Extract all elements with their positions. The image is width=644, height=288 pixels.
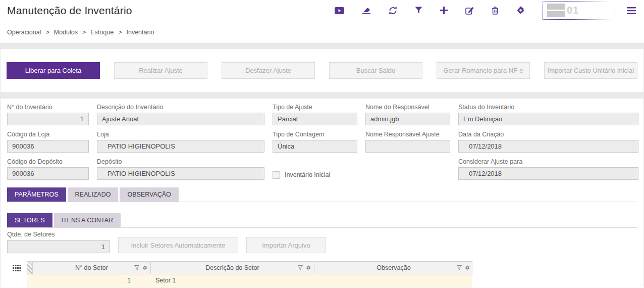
inventory-form: N° do Inventário Descrição do Inventário… [7,104,637,180]
cell-sector-description: Setor 1 [150,274,313,287]
store-code-input[interactable] [7,140,89,153]
field-inventory-status: Status do Inventário [458,104,638,125]
creation-date-input[interactable] [458,140,638,153]
field-responsible-name: Nome do Responsável [365,104,450,125]
row-selector-header [27,262,32,274]
consider-adjustment-input[interactable] [458,167,638,180]
field-creation-date: Data da Criação [458,131,638,153]
field-consider-adjustment: Considerar Ajuste para [458,158,638,180]
field-count-type: Tipo de Contagem [273,131,357,153]
delete-icon[interactable] [492,6,499,16]
inventory-status-label: Status do Inventário [458,104,638,111]
buscar-saldo-button[interactable]: Buscar Saldo [329,62,422,79]
warehouse-code-label: Código do Depósito [7,158,89,166]
breadcrumb-item-inventario[interactable]: Inventário [126,29,154,36]
filter-icon[interactable] [415,6,422,16]
field-spacer [365,158,450,180]
column-filter-icon[interactable] [457,265,462,270]
hamburger-menu-icon[interactable] [627,6,636,16]
sector-qty-label: Qtde. de Setores [7,231,110,238]
incluir-setores-button[interactable]: Incluir Setores Automaticamente [118,237,238,253]
responsible-name-label: Nome do Responsável [365,104,450,111]
breadcrumb-separator: > [118,29,122,36]
tab-parametros[interactable]: PARÂMETROS [7,187,66,202]
breadcrumb-item-operacional[interactable]: Operacional [7,29,41,36]
column-filter-icon[interactable] [298,265,303,270]
field-sector-qty: Qtde. de Setores [7,231,110,253]
field-inventory-number: N° do Inventário [7,104,89,125]
gerar-romaneio-button[interactable]: Gerar Romaneio para NF-e [437,62,530,79]
count-type-input[interactable] [273,140,357,153]
tab-realizado[interactable]: REALIZADO [68,187,119,202]
breadcrumb-separator: > [82,29,86,36]
refresh-icon[interactable] [389,6,397,16]
importar-arquivo-button[interactable]: Importar Arquivo [246,237,326,253]
inventory-description-input[interactable] [97,113,264,125]
realizar-ajuste-button[interactable]: Realizar Ajuste [114,62,207,79]
breadcrumb-item-modulos[interactable]: Módulos [54,29,78,36]
inventory-description-label: Descrição do Inventário [97,104,264,111]
responsible-name-input[interactable] [365,113,450,125]
adjustment-responsible-label: Nome Responsável Ajuste [365,131,450,138]
record-indicator[interactable]: 01 [543,2,615,20]
initial-inventory-checkbox[interactable] [273,171,280,179]
sectors-toolbar: Qtde. de Setores Incluir Setores Automat… [7,231,637,253]
form-panel: N° do Inventário Descrição do Inventário… [0,99,644,287]
store-label: Loja [97,131,264,138]
table: N° do Setor Descrição do Setor [27,261,472,287]
creation-date-label: Data da Criação [458,131,638,138]
page-title: Manutenção de Inventário [7,5,132,17]
tab-observacao[interactable]: OBSERVAÇÃO [120,187,178,202]
adjustment-type-input[interactable] [273,113,357,125]
warehouse-input[interactable] [97,167,264,180]
initial-inventory-label: Inventário Inicial [285,171,330,178]
field-warehouse: Depósito [97,158,264,180]
liberar-para-coleta-button[interactable]: Liberar para Coleta [7,62,100,79]
breadcrumb-item-estoque[interactable]: Estoque [90,29,114,36]
edit-icon[interactable] [465,6,474,16]
column-label: N° do Setor [75,264,108,271]
inventory-number-input[interactable] [7,113,89,125]
store-input[interactable] [97,140,264,153]
toolbar: 01 [335,2,636,20]
adjustment-responsible-input[interactable] [365,140,450,153]
add-icon[interactable] [440,6,448,16]
importar-custo-button[interactable]: Importar Custo Unitário Inicial [544,62,637,79]
tab-itens-a-contar[interactable]: ITENS A CONTAR [54,213,121,227]
field-inventory-description: Descrição do Inventário [97,104,264,125]
column-header-sector-number[interactable]: N° do Setor [32,262,150,274]
inventory-number-label: N° do Inventário [7,104,89,111]
column-label: Descrição do Setor [205,264,259,271]
column-filter-icon[interactable] [134,265,139,270]
actions-panel: Liberar para Coleta Realizar Ajuste Desf… [0,49,644,92]
count-type-label: Tipo de Contagem [273,131,357,138]
field-warehouse-code: Código do Depósito [7,158,89,180]
topbar: Manutenção de Inventário [0,0,644,21]
main-tabs: PARÂMETROS REALIZADO OBSERVAÇÃO [7,187,637,202]
section-divider [0,92,644,99]
column-settings-icon[interactable] [306,265,311,270]
tab-setores[interactable]: SETORES [7,213,52,227]
grid-columns-icon[interactable] [7,261,27,274]
column-settings-icon[interactable] [142,265,147,270]
breadcrumb-separator: > [45,29,49,36]
column-settings-icon[interactable] [465,265,470,270]
record-number: 01 [567,5,579,16]
column-header-observation[interactable]: Observação [314,262,473,274]
consider-adjustment-label: Considerar Ajuste para [458,158,638,166]
store-code-label: Código da Loja [7,131,89,138]
settings-icon[interactable] [516,6,525,16]
sub-tabs: SETORES ITENS A CONTAR [7,213,637,228]
eraser-icon[interactable] [362,6,371,16]
warehouse-label: Depósito [97,158,264,166]
desfazer-ajuste-button[interactable]: Desfazer Ajuste [222,62,315,79]
video-icon[interactable] [335,6,344,16]
record-pages-icon [547,4,565,17]
section-divider [0,43,644,49]
warehouse-code-input[interactable] [7,167,89,180]
sector-qty-input[interactable] [7,240,110,253]
inventory-status-input[interactable] [458,113,638,125]
column-header-sector-description[interactable]: Descrição do Setor [150,262,314,274]
column-label: Observação [377,264,410,271]
table-row[interactable]: 1 Setor 1 [27,274,472,287]
